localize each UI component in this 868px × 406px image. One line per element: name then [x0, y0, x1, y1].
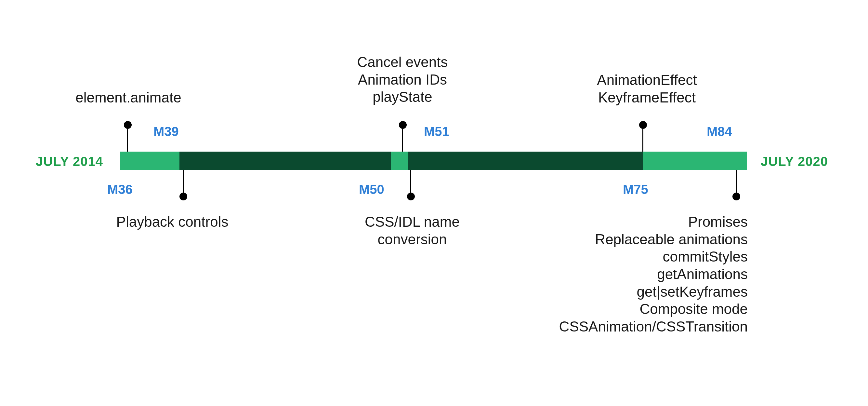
timeline-segment-4: [408, 152, 643, 170]
marker-m51: M51: [424, 124, 449, 139]
timeline-segment-2: [180, 152, 391, 170]
timeline-segment-3: [391, 152, 408, 170]
dot-m36: [124, 121, 132, 129]
note-m50: CSS/IDL nameconversion: [331, 213, 494, 248]
dot-m50: [407, 193, 415, 200]
dot-m84: [733, 193, 740, 200]
note-m75: AnimationEffectKeyframeEffect: [582, 71, 712, 106]
timeline-diagram: JULY 2014 JULY 2020 M36 element.animate …: [0, 0, 868, 406]
marker-m39: M39: [153, 124, 179, 139]
note-m36: element.animate: [68, 89, 189, 106]
timeline-segment-5: [643, 152, 747, 170]
timeline-segment-1: [120, 152, 180, 170]
note-m39: Playback controls: [91, 213, 254, 231]
timeline-start-label: JULY 2014: [36, 154, 103, 169]
marker-m75: M75: [623, 182, 648, 197]
timeline-end-label: JULY 2020: [761, 154, 828, 169]
marker-m50: M50: [359, 182, 384, 197]
tick-m75: [642, 125, 643, 152]
dot-m39: [180, 193, 187, 200]
tick-m51: [402, 125, 403, 152]
note-m51: Cancel eventsAnimation IDsplayState: [337, 53, 467, 106]
dot-m51: [399, 121, 407, 129]
tick-m36: [127, 125, 128, 152]
note-m84: PromisesReplaceable animationscommitStyl…: [520, 213, 748, 336]
marker-m84: M84: [707, 124, 732, 139]
dot-m75: [639, 121, 647, 129]
marker-m36: M36: [107, 182, 133, 197]
